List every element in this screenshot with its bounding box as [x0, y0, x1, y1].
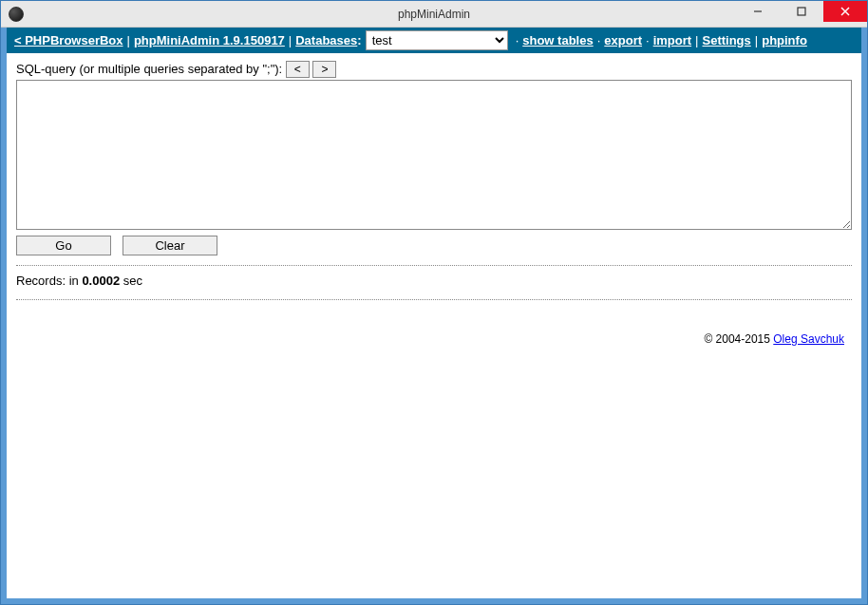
- app-icon: [9, 7, 24, 22]
- show-tables-link[interactable]: show tables: [522, 33, 593, 47]
- viewport: < PHPBrowserBox | phpMiniAdmin 1.9.15091…: [7, 28, 861, 598]
- export-link[interactable]: export: [604, 33, 642, 47]
- minimize-button[interactable]: [736, 1, 780, 22]
- window-title: phpMiniAdmin: [398, 8, 470, 21]
- separator: ·: [512, 33, 523, 47]
- copyright-text: © 2004-2015: [704, 332, 773, 346]
- next-query-button[interactable]: >: [312, 61, 336, 78]
- back-link[interactable]: < PHPBrowserBox: [14, 33, 123, 47]
- colon: :: [357, 33, 361, 47]
- phpinfo-link[interactable]: phpinfo: [762, 33, 807, 47]
- button-row: Go Clear: [16, 236, 852, 255]
- records-status: Records: in 0.0002 sec: [16, 272, 852, 290]
- app-window: phpMiniAdmin < PHPBrowserBox | phpMiniAd…: [0, 0, 868, 605]
- maximize-icon: [797, 7, 806, 16]
- titlebar[interactable]: phpMiniAdmin: [1, 1, 867, 28]
- content-area: SQL-query (or multiple queries separated…: [7, 53, 861, 353]
- app-version-link[interactable]: phpMiniAdmin 1.9.150917: [134, 33, 285, 47]
- records-suffix: sec: [120, 274, 142, 288]
- records-time: 0.0002: [82, 274, 120, 288]
- divider: [16, 299, 852, 300]
- query-header: SQL-query (or multiple queries separated…: [16, 61, 852, 78]
- divider: [16, 265, 852, 266]
- query-label: SQL-query (or multiple queries separated…: [16, 62, 282, 76]
- databases-link[interactable]: Databases: [295, 33, 357, 47]
- prev-query-button[interactable]: <: [286, 61, 310, 78]
- maximize-button[interactable]: [780, 1, 823, 22]
- footer: © 2004-2015 Oleg Savchuk: [16, 306, 852, 346]
- close-icon: [840, 7, 850, 16]
- settings-link[interactable]: Settings: [703, 33, 751, 47]
- separator: |: [751, 33, 762, 47]
- window-controls: [736, 1, 867, 22]
- close-button[interactable]: [823, 1, 867, 22]
- svg-rect-1: [798, 8, 805, 15]
- sql-query-textarea[interactable]: [16, 80, 852, 230]
- minimize-icon: [753, 7, 763, 16]
- clear-button[interactable]: Clear: [123, 236, 217, 255]
- records-prefix: Records: in: [16, 274, 82, 288]
- separator: |: [285, 33, 295, 47]
- topbar: < PHPBrowserBox | phpMiniAdmin 1.9.15091…: [7, 28, 861, 53]
- separator: ·: [594, 33, 605, 47]
- author-link[interactable]: Oleg Savchuk: [773, 332, 844, 346]
- database-select[interactable]: test: [366, 30, 508, 50]
- separator: |: [123, 33, 134, 47]
- import-link[interactable]: import: [653, 33, 691, 47]
- separator: |: [691, 33, 702, 47]
- go-button[interactable]: Go: [16, 236, 111, 255]
- separator: ·: [642, 33, 653, 47]
